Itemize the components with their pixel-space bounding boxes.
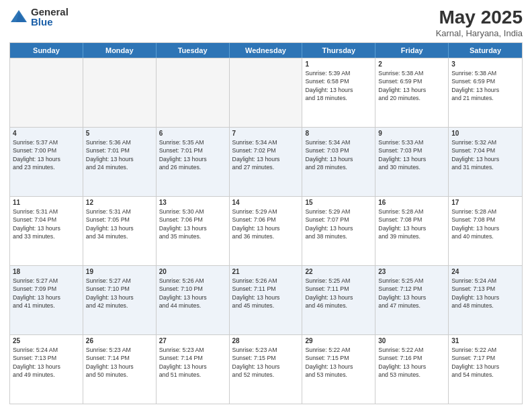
day-info: Sunrise: 5:39 AM Sunset: 6:58 PM Dayligh… (305, 69, 372, 102)
day-cell-18: 18Sunrise: 5:27 AM Sunset: 7:09 PM Dayli… (10, 266, 83, 334)
day-number: 2 (378, 60, 445, 68)
day-number: 17 (451, 199, 519, 206)
day-cell-25: 25Sunrise: 5:24 AM Sunset: 7:13 PM Dayli… (10, 335, 83, 404)
day-number: 3 (451, 60, 519, 68)
day-info: Sunrise: 5:30 AM Sunset: 7:06 PM Dayligh… (159, 208, 226, 240)
day-number: 31 (451, 337, 519, 345)
empty-cell-0-3 (230, 58, 303, 127)
day-number: 18 (13, 268, 80, 275)
day-cell-7: 7Sunrise: 5:34 AM Sunset: 7:02 PM Daylig… (230, 128, 303, 196)
day-info: Sunrise: 5:26 AM Sunset: 7:11 PM Dayligh… (232, 277, 300, 310)
calendar: SundayMondayTuesdayWednesdayThursdayFrid… (9, 42, 523, 404)
day-info: Sunrise: 5:33 AM Sunset: 7:03 PM Dayligh… (378, 138, 445, 171)
logo-blue-text: Blue (31, 17, 69, 27)
day-number: 9 (378, 130, 445, 137)
day-cell-30: 30Sunrise: 5:22 AM Sunset: 7:16 PM Dayli… (375, 335, 449, 404)
day-number: 26 (86, 337, 153, 345)
day-info: Sunrise: 5:38 AM Sunset: 6:59 PM Dayligh… (378, 69, 445, 102)
weekday-header-wednesday: Wednesday (230, 43, 303, 58)
day-number: 7 (232, 130, 300, 137)
day-number: 25 (13, 337, 80, 345)
logo-general-text: General (31, 7, 69, 17)
weekday-header-tuesday: Tuesday (157, 43, 230, 58)
day-info: Sunrise: 5:22 AM Sunset: 7:15 PM Dayligh… (305, 346, 372, 379)
empty-cell-0-2 (157, 58, 230, 127)
calendar-row-2: 4Sunrise: 5:37 AM Sunset: 7:00 PM Daylig… (10, 127, 522, 196)
day-cell-9: 9Sunrise: 5:33 AM Sunset: 7:03 PM Daylig… (375, 128, 449, 196)
day-info: Sunrise: 5:26 AM Sunset: 7:10 PM Dayligh… (159, 277, 226, 310)
day-info: Sunrise: 5:24 AM Sunset: 7:13 PM Dayligh… (13, 346, 80, 379)
day-info: Sunrise: 5:37 AM Sunset: 7:00 PM Dayligh… (13, 138, 80, 171)
day-info: Sunrise: 5:23 AM Sunset: 7:15 PM Dayligh… (232, 346, 300, 379)
calendar-row-4: 18Sunrise: 5:27 AM Sunset: 7:09 PM Dayli… (10, 265, 522, 334)
day-number: 6 (159, 130, 226, 137)
day-info: Sunrise: 5:28 AM Sunset: 7:08 PM Dayligh… (378, 208, 445, 240)
title-month: May 2025 (436, 7, 523, 28)
calendar-row-5: 25Sunrise: 5:24 AM Sunset: 7:13 PM Dayli… (10, 334, 522, 404)
day-info: Sunrise: 5:27 AM Sunset: 7:10 PM Dayligh… (86, 277, 153, 310)
day-info: Sunrise: 5:32 AM Sunset: 7:04 PM Dayligh… (451, 138, 519, 171)
day-info: Sunrise: 5:36 AM Sunset: 7:01 PM Dayligh… (86, 138, 153, 171)
day-cell-16: 16Sunrise: 5:28 AM Sunset: 7:08 PM Dayli… (375, 197, 449, 265)
day-cell-26: 26Sunrise: 5:23 AM Sunset: 7:14 PM Dayli… (83, 335, 157, 404)
day-info: Sunrise: 5:34 AM Sunset: 7:02 PM Dayligh… (232, 138, 300, 171)
calendar-body: 1Sunrise: 5:39 AM Sunset: 6:58 PM Daylig… (10, 58, 522, 404)
day-info: Sunrise: 5:35 AM Sunset: 7:01 PM Dayligh… (159, 138, 226, 171)
calendar-row-3: 11Sunrise: 5:31 AM Sunset: 7:04 PM Dayli… (10, 196, 522, 265)
day-info: Sunrise: 5:29 AM Sunset: 7:07 PM Dayligh… (305, 208, 372, 240)
logo-icon (9, 7, 28, 26)
day-number: 20 (159, 268, 226, 275)
day-number: 15 (305, 199, 372, 206)
day-number: 30 (378, 337, 445, 345)
day-cell-4: 4Sunrise: 5:37 AM Sunset: 7:00 PM Daylig… (10, 128, 83, 196)
day-number: 1 (305, 60, 372, 68)
day-number: 16 (378, 199, 445, 206)
logo-text: General Blue (31, 7, 69, 27)
day-cell-12: 12Sunrise: 5:31 AM Sunset: 7:05 PM Dayli… (83, 197, 157, 265)
empty-cell-0-0 (10, 58, 83, 127)
day-number: 14 (232, 199, 300, 206)
day-info: Sunrise: 5:24 AM Sunset: 7:13 PM Dayligh… (451, 277, 519, 310)
weekday-header-friday: Friday (375, 43, 449, 58)
day-cell-29: 29Sunrise: 5:22 AM Sunset: 7:15 PM Dayli… (302, 335, 375, 404)
day-cell-28: 28Sunrise: 5:23 AM Sunset: 7:15 PM Dayli… (230, 335, 303, 404)
day-number: 12 (86, 199, 153, 206)
weekday-header-monday: Monday (83, 43, 157, 58)
day-cell-13: 13Sunrise: 5:30 AM Sunset: 7:06 PM Dayli… (157, 197, 230, 265)
day-info: Sunrise: 5:23 AM Sunset: 7:14 PM Dayligh… (86, 346, 153, 379)
day-info: Sunrise: 5:29 AM Sunset: 7:06 PM Dayligh… (232, 208, 300, 240)
day-cell-5: 5Sunrise: 5:36 AM Sunset: 7:01 PM Daylig… (83, 128, 157, 196)
day-cell-15: 15Sunrise: 5:29 AM Sunset: 7:07 PM Dayli… (302, 197, 375, 265)
day-info: Sunrise: 5:31 AM Sunset: 7:04 PM Dayligh… (13, 208, 80, 240)
day-cell-22: 22Sunrise: 5:25 AM Sunset: 7:11 PM Dayli… (302, 266, 375, 334)
day-cell-10: 10Sunrise: 5:32 AM Sunset: 7:04 PM Dayli… (449, 128, 522, 196)
title-block: May 2025 Karnal, Haryana, India (436, 7, 523, 38)
day-info: Sunrise: 5:31 AM Sunset: 7:05 PM Dayligh… (86, 208, 153, 240)
calendar-header: SundayMondayTuesdayWednesdayThursdayFrid… (10, 43, 522, 58)
day-number: 10 (451, 130, 519, 137)
title-location: Karnal, Haryana, India (436, 28, 523, 38)
day-number: 23 (378, 268, 445, 275)
day-cell-19: 19Sunrise: 5:27 AM Sunset: 7:10 PM Dayli… (83, 266, 157, 334)
page: General Blue May 2025 Karnal, Haryana, I… (0, 0, 532, 411)
day-cell-2: 2Sunrise: 5:38 AM Sunset: 6:59 PM Daylig… (375, 58, 449, 127)
day-cell-1: 1Sunrise: 5:39 AM Sunset: 6:58 PM Daylig… (302, 58, 375, 127)
day-number: 22 (305, 268, 372, 275)
day-cell-17: 17Sunrise: 5:28 AM Sunset: 7:08 PM Dayli… (449, 197, 522, 265)
day-info: Sunrise: 5:27 AM Sunset: 7:09 PM Dayligh… (13, 277, 80, 310)
day-cell-6: 6Sunrise: 5:35 AM Sunset: 7:01 PM Daylig… (157, 128, 230, 196)
day-info: Sunrise: 5:22 AM Sunset: 7:17 PM Dayligh… (451, 346, 519, 379)
day-number: 24 (451, 268, 519, 275)
day-cell-3: 3Sunrise: 5:38 AM Sunset: 6:59 PM Daylig… (449, 58, 522, 127)
day-info: Sunrise: 5:34 AM Sunset: 7:03 PM Dayligh… (305, 138, 372, 171)
day-cell-8: 8Sunrise: 5:34 AM Sunset: 7:03 PM Daylig… (302, 128, 375, 196)
day-info: Sunrise: 5:25 AM Sunset: 7:12 PM Dayligh… (378, 277, 445, 310)
day-number: 19 (86, 268, 153, 275)
day-cell-31: 31Sunrise: 5:22 AM Sunset: 7:17 PM Dayli… (449, 335, 522, 404)
day-info: Sunrise: 5:25 AM Sunset: 7:11 PM Dayligh… (305, 277, 372, 310)
day-cell-20: 20Sunrise: 5:26 AM Sunset: 7:10 PM Dayli… (157, 266, 230, 334)
day-number: 21 (232, 268, 300, 275)
day-number: 28 (232, 337, 300, 345)
day-number: 27 (159, 337, 226, 345)
header: General Blue May 2025 Karnal, Haryana, I… (9, 7, 523, 38)
